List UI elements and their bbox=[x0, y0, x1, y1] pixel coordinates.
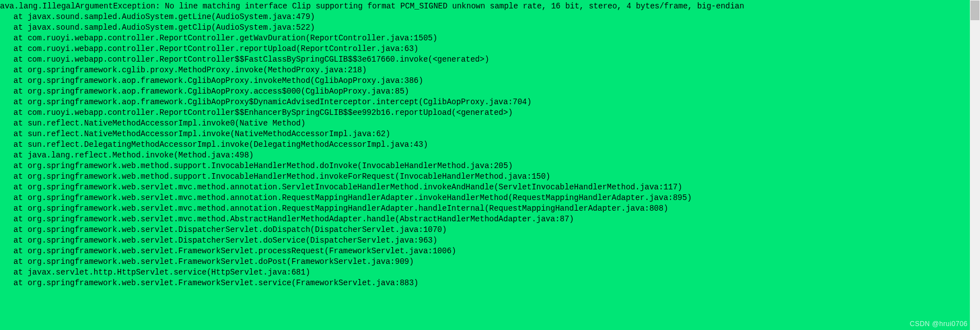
stack-trace-line: at com.ruoyi.webapp.controller.ReportCon… bbox=[0, 33, 980, 44]
stack-trace-line: at com.ruoyi.webapp.controller.ReportCon… bbox=[0, 44, 980, 54]
stack-trace-line: at com.ruoyi.webapp.controller.ReportCon… bbox=[0, 54, 980, 65]
stack-trace-line: at org.springframework.web.servlet.mvc.m… bbox=[0, 193, 980, 203]
scrollbar-track[interactable] bbox=[970, 0, 980, 330]
stack-trace-line: at org.springframework.aop.framework.Cgl… bbox=[0, 76, 980, 86]
stack-trace-line: at javax.sound.sampled.AudioSystem.getCl… bbox=[0, 22, 980, 33]
stack-trace-line: at org.springframework.web.servlet.Dispa… bbox=[0, 225, 980, 235]
stack-trace-line: at sun.reflect.DelegatingMethodAccessorI… bbox=[0, 140, 980, 150]
stack-trace-line: at org.springframework.web.servlet.Frame… bbox=[0, 278, 980, 289]
stack-trace-line: at sun.reflect.NativeMethodAccessorImpl.… bbox=[0, 129, 980, 140]
stack-trace-line: at org.springframework.web.method.suppor… bbox=[0, 171, 980, 182]
watermark: CSDN @hrui0706 bbox=[910, 320, 968, 328]
stack-trace-line: at javax.sound.sampled.AudioSystem.getLi… bbox=[0, 12, 980, 22]
stack-trace-line: at org.springframework.web.servlet.mvc.m… bbox=[0, 182, 980, 193]
stack-trace-line: at org.springframework.web.servlet.mvc.m… bbox=[0, 214, 980, 225]
stack-trace-line: at javax.servlet.http.HttpServlet.servic… bbox=[0, 267, 980, 278]
stack-trace-line: at java.lang.reflect.Method.invoke(Metho… bbox=[0, 150, 980, 161]
stack-trace-line: at org.springframework.web.method.suppor… bbox=[0, 161, 980, 171]
stack-trace-line: at com.ruoyi.webapp.controller.ReportCon… bbox=[0, 108, 980, 118]
stack-trace-line: at org.springframework.web.servlet.Frame… bbox=[0, 246, 980, 257]
stack-trace-line: at org.springframework.web.servlet.Dispa… bbox=[0, 235, 980, 246]
stack-trace-line: at org.springframework.cglib.proxy.Metho… bbox=[0, 65, 980, 76]
stack-trace-line: at org.springframework.aop.framework.Cgl… bbox=[0, 97, 980, 108]
stack-trace-line: at sun.reflect.NativeMethodAccessorImpl.… bbox=[0, 118, 980, 129]
stack-trace-line: at org.springframework.web.servlet.Frame… bbox=[0, 257, 980, 267]
stack-trace-line: at org.springframework.web.servlet.mvc.m… bbox=[0, 203, 980, 214]
stack-trace-line: at org.springframework.aop.framework.Cgl… bbox=[0, 86, 980, 97]
exception-message: ava.lang.IllegalArgumentException: No li… bbox=[0, 1, 980, 12]
scrollbar-thumb[interactable] bbox=[970, 1, 979, 20]
